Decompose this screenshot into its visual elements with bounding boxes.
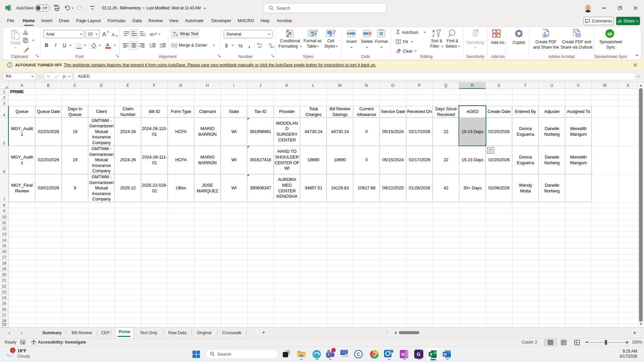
svg-text:A: A	[575, 31, 577, 34]
svg-text:N: N	[401, 352, 404, 357]
svg-text:X: X	[430, 352, 432, 356]
svg-text:A: A	[544, 31, 546, 34]
svg-text:qb: qb	[607, 32, 612, 36]
svg-text:T: T	[328, 353, 330, 356]
svg-text:A: A	[102, 31, 106, 38]
svg-text:C: C	[357, 352, 360, 357]
svg-text:Z: Z	[432, 34, 435, 38]
svg-text:.00: .00	[268, 43, 272, 46]
svg-text:A: A	[112, 32, 115, 37]
svg-text:x: x	[6, 6, 8, 10]
svg-text:G: G	[417, 352, 421, 357]
svg-text:ab: ab	[150, 32, 154, 36]
svg-text:.00: .00	[258, 46, 262, 48]
svg-text:W: W	[443, 352, 447, 356]
svg-text:A: A	[106, 42, 109, 48]
svg-text:A: A	[432, 29, 435, 33]
svg-text:c: c	[173, 34, 174, 37]
